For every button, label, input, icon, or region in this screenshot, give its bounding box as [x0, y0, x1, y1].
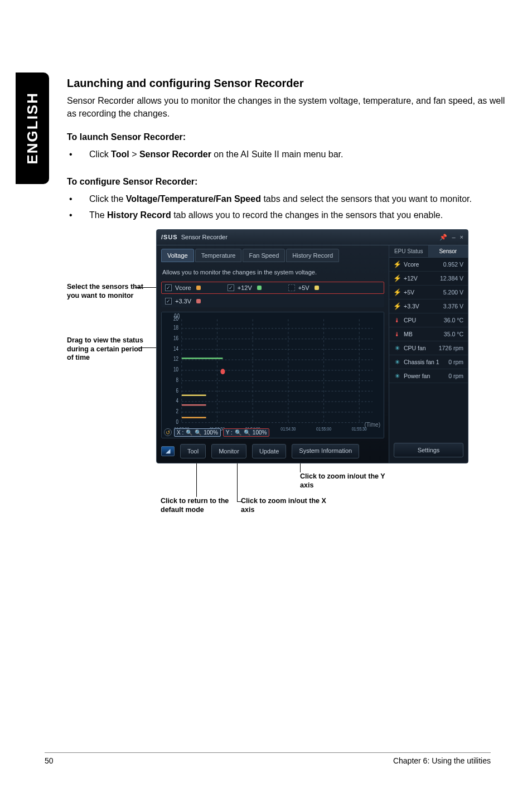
- zoom-y-label: Y :: [226, 429, 233, 436]
- chk-33v[interactable]: ✓ +3.3V: [165, 298, 201, 305]
- bullet-body: The History Record tab allows you to rec…: [89, 209, 507, 221]
- sensor-check-row-2: ✓ +3.3V: [161, 295, 384, 307]
- svg-text:10: 10: [173, 366, 178, 373]
- magnify-icon: 🔍: [186, 429, 192, 436]
- status-value: 0.952 V: [443, 261, 463, 268]
- minimize-icon[interactable]: –: [452, 234, 455, 241]
- checkbox-icon[interactable]: ✓: [165, 298, 172, 305]
- status-row: ✳Power fan0 rpm: [389, 369, 468, 383]
- bullet-dot: •: [67, 148, 89, 161]
- zoom-reset-button[interactable]: ↺: [164, 428, 172, 436]
- bolt-icon: ⚡: [394, 275, 400, 282]
- status-label: +3.3V: [404, 303, 440, 310]
- zoom-x-label: X :: [177, 429, 183, 436]
- voltage-chart[interactable]: 024 6810 121416 1820 (V) 01:53:00 01:53:…: [161, 312, 384, 438]
- bottom-toolbar: ◢ Tool Monitor Update System Information: [161, 438, 384, 458]
- update-button[interactable]: Update: [252, 444, 286, 458]
- language-label: ENGLISH: [24, 92, 41, 165]
- status-value: 1726 rpm: [439, 345, 463, 351]
- svg-text:18: 18: [173, 325, 178, 331]
- chk-label: +5V: [298, 284, 309, 291]
- checkbox-icon[interactable]: ✓: [165, 284, 172, 291]
- status-row: ✳CPU fan1726 rpm: [389, 341, 468, 355]
- sensor-recorder-window: /SUS Sensor Recorder 📌 – × Voltage Tempe…: [156, 229, 468, 463]
- bold-tabs: Voltage/Temperature/Fan Speed: [126, 194, 261, 204]
- y-unit: (V): [174, 313, 180, 319]
- chk-label: Vcore: [175, 284, 191, 291]
- status-label: +12V: [404, 275, 437, 282]
- zoom-y-control[interactable]: Y : 🔍 🔍 100%: [223, 428, 270, 437]
- magnify-icon: 🔍: [235, 429, 241, 436]
- settings-button[interactable]: Settings: [394, 443, 463, 457]
- pin-icon[interactable]: 📌: [439, 234, 447, 241]
- tab-history-record[interactable]: History Record: [286, 249, 339, 262]
- bullet-dot: •: [67, 209, 89, 221]
- t: on the AI Suite II main menu bar.: [211, 149, 344, 159]
- status-value: 0 rpm: [448, 373, 463, 379]
- monitor-button[interactable]: Monitor: [211, 444, 246, 458]
- annot-select-sensors: Select the sensors that you want to moni…: [67, 283, 151, 300]
- config-heading: To configure Sensor Recorder:: [67, 177, 507, 187]
- chk-12v[interactable]: ✓ +12V: [228, 284, 262, 291]
- zoom-y-pct: 100%: [253, 429, 267, 436]
- svg-text:12: 12: [173, 356, 178, 363]
- tab-sensor[interactable]: Sensor: [429, 245, 468, 257]
- tab-fan-speed[interactable]: Fan Speed: [243, 249, 285, 262]
- t: >: [129, 149, 139, 159]
- info-line: Allows you to monitor the changes in the…: [161, 265, 384, 282]
- tab-temperature[interactable]: Temperature: [195, 249, 242, 262]
- sysinfo-button[interactable]: System Information: [292, 444, 359, 458]
- t: tabs and select the sensors that you wan…: [261, 194, 472, 204]
- page-number: 50: [45, 756, 54, 765]
- window-title: Sensor Recorder: [181, 234, 228, 240]
- status-label: CPU: [404, 317, 441, 323]
- checkbox-icon[interactable]: ✓: [228, 284, 234, 291]
- status-label: Power fan: [404, 373, 445, 379]
- bolt-icon: ⚡: [394, 289, 400, 296]
- status-row: ⚡+12V12.384 V: [389, 272, 468, 286]
- section-intro: Sensor Recorder allows you to monitor th…: [67, 94, 507, 120]
- thermometer-icon: 🌡: [394, 331, 400, 337]
- status-tabs: EPU Status Sensor: [389, 245, 468, 258]
- bolt-icon: ⚡: [394, 303, 400, 310]
- status-row: 🌡MB35.0 °C: [389, 327, 468, 341]
- color-swatch: [196, 286, 201, 290]
- status-value: 36.0 °C: [444, 317, 463, 323]
- status-label: +5V: [404, 289, 440, 296]
- tab-epu-status[interactable]: EPU Status: [389, 245, 429, 257]
- svg-rect-0: [162, 312, 384, 438]
- section-heading: Launching and configuring Sensor Recorde…: [67, 77, 507, 90]
- svg-text:14: 14: [173, 346, 178, 352]
- fan-icon: ✳: [394, 359, 400, 365]
- app-body: Voltage Temperature Fan Speed History Re…: [157, 245, 468, 463]
- thermometer-icon: 🌡: [394, 317, 400, 323]
- checkbox-icon[interactable]: [288, 284, 295, 291]
- tool-button[interactable]: Tool: [180, 444, 206, 458]
- zoom-x-control[interactable]: X : 🔍 🔍 100%: [174, 428, 221, 437]
- chk-label: +12V: [238, 284, 252, 291]
- t: Click the: [89, 194, 126, 204]
- status-row: ⚡Vcore0.952 V: [389, 258, 468, 272]
- status-value: 5.200 V: [443, 289, 463, 296]
- status-value: 3.376 V: [443, 303, 463, 310]
- svg-text:16: 16: [173, 335, 178, 341]
- svg-text:8: 8: [176, 377, 178, 383]
- asus-logo: /SUS: [161, 234, 178, 240]
- fan-icon: ✳: [394, 345, 400, 351]
- titlebar[interactable]: /SUS Sensor Recorder 📌 – ×: [157, 230, 468, 245]
- svg-text:2: 2: [176, 408, 178, 414]
- asus-badge-icon[interactable]: ◢: [161, 446, 175, 456]
- tab-voltage[interactable]: Voltage: [161, 249, 194, 262]
- language-side-tab: ENGLISH: [16, 73, 49, 184]
- bolt-icon: ⚡: [394, 261, 400, 268]
- chk-vcore[interactable]: ✓ Vcore: [165, 284, 201, 291]
- annot-drag-view: Drag to view the status during a certain…: [67, 336, 151, 363]
- annot-zoom-x: Click to zoom in/out the X axis: [241, 497, 341, 514]
- status-label: CPU fan: [404, 345, 436, 351]
- close-icon[interactable]: ×: [460, 234, 463, 241]
- status-row: ⚡+3.3V3.376 V: [389, 299, 468, 313]
- t: tab allows you to record the changes in …: [171, 210, 443, 220]
- svg-text:0: 0: [176, 419, 178, 425]
- chk-5v[interactable]: +5V: [288, 284, 319, 291]
- svg-text:6: 6: [176, 388, 178, 394]
